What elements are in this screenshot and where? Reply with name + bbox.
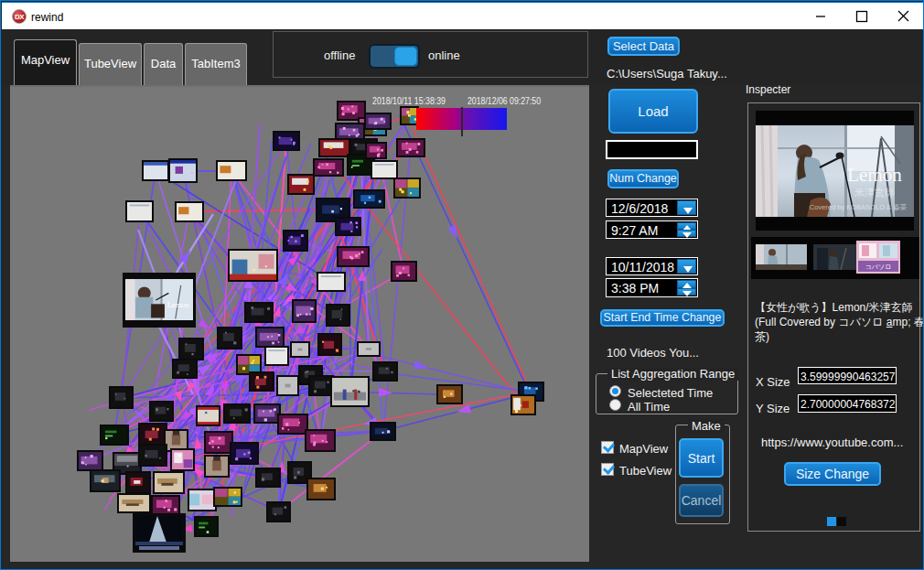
svg-text:Lemon: Lemon xyxy=(167,300,190,309)
svg-text:2018/12/06 09:27:50: 2018/12/06 09:27:50 xyxy=(467,95,541,106)
svg-text:Covered by KOBASOLO & 春茶: Covered by KOBASOLO & 春茶 xyxy=(810,203,908,211)
svg-text:米津玄師: 米津玄師 xyxy=(854,187,895,198)
svg-text:Lemon: Lemon xyxy=(847,164,902,186)
svg-text:コバソロ: コバソロ xyxy=(865,263,892,270)
svg-text:2018/10/11 15:38:39: 2018/10/11 15:38:39 xyxy=(372,95,446,106)
